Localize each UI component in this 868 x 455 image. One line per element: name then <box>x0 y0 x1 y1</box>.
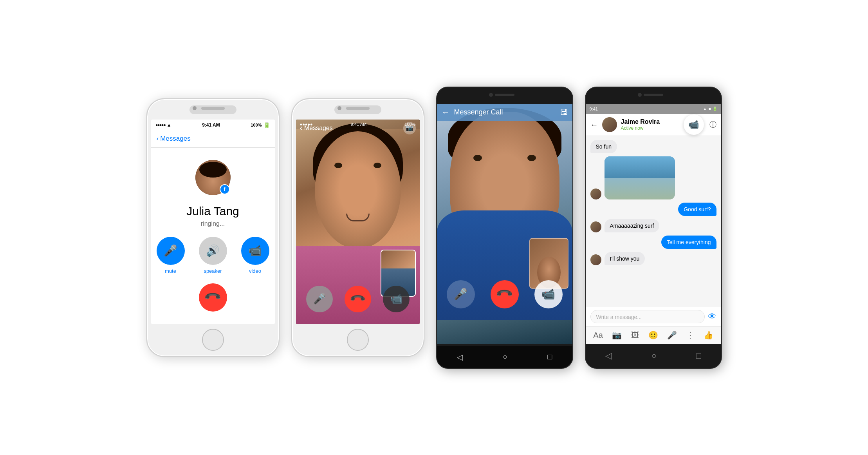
speaker-icon: 🔊 <box>206 244 220 257</box>
phone4-contact-name: Jaime Rovira <box>621 118 660 125</box>
contact-avatar-container: f <box>195 160 231 195</box>
toolbar-like-btn[interactable]: 👍 <box>704 330 713 340</box>
camera-dot-2 <box>337 106 341 110</box>
toolbar-more-btn[interactable]: ⋮ <box>686 330 694 340</box>
signal-icon-4: ■ <box>708 107 711 111</box>
chevron-left-icon: ‹ <box>157 135 159 143</box>
toolbar-mic-btn[interactable]: 🎤 <box>667 330 677 340</box>
image-bubble <box>605 156 675 199</box>
phone2-end-icon: 📞 <box>349 290 366 308</box>
home-button[interactable] <box>202 329 224 351</box>
msg-text-good-surf: Good surf? <box>684 206 711 212</box>
phone1-body: f Julia Tang ringing... 🎤 mute <box>151 148 275 324</box>
sender-avatar-3 <box>590 254 601 265</box>
phone3-mute-btn[interactable]: 🎤 <box>447 280 475 308</box>
phone2-nav-label: Messages <box>304 125 333 132</box>
msg-amazing-surf: Amaaaaazing surf <box>590 219 716 232</box>
bubble-show-you: I'll show you <box>605 252 645 265</box>
nav-back-icon[interactable]: ◁ <box>457 352 463 362</box>
phone-1-screen: ●●●●● ▲ 9:41 AM 100% 🔋 ‹ Messages <box>151 120 275 324</box>
home-button-2[interactable] <box>347 329 369 351</box>
phone3-top-bar: ← Messenger Call 🖫 <box>437 104 572 121</box>
msg-good-surf: Good surf? <box>590 203 716 216</box>
back-button[interactable]: ‹ Messages <box>157 135 191 143</box>
nav-recent-icon[interactable]: □ <box>547 352 552 361</box>
phone4-status-icons: ▲ ■ 🔋 <box>703 107 717 111</box>
nav4-back-icon[interactable]: ◁ <box>605 351 612 361</box>
camera-icon: 📷 <box>406 124 413 132</box>
phone2-nav: ‹ Messages 📷 <box>296 120 420 137</box>
sender-avatar-2 <box>590 221 601 232</box>
nav-home-icon[interactable]: ○ <box>503 352 507 361</box>
speaker-group: 🔊 speaker <box>199 237 227 274</box>
phone2-end-btn[interactable]: 📞 <box>345 286 371 312</box>
msg-image <box>590 156 716 199</box>
msg-text-tell-me: Tell me everything <box>667 239 711 245</box>
toolbar-font-btn[interactable]: Aa <box>593 331 603 340</box>
phone4-back-btn[interactable]: ← <box>590 120 598 129</box>
phone4-info-btn[interactable]: ⓘ <box>709 120 716 129</box>
phone2-video-btn[interactable]: 📹 <box>383 286 410 312</box>
phone2-video-icon: 📹 <box>390 293 402 305</box>
video-call-icon-4: 📹 <box>688 120 699 130</box>
call-status: ringing... <box>186 220 239 227</box>
contact-name-block: Julia Tang ringing... <box>186 205 239 227</box>
status-bar: ●●●●● ▲ 9:41 AM 100% 🔋 <box>151 120 275 131</box>
phone2-camera-btn[interactable]: 📷 <box>403 122 416 134</box>
toolbar-emoji-btn[interactable]: 🙂 <box>648 330 658 340</box>
phone4-video-call-btn[interactable]: 📹 <box>684 114 704 135</box>
phone3-video-btn[interactable]: 📹 <box>534 280 563 308</box>
phone3-screen-content: ← Messenger Call 🖫 🎤 📞 <box>437 104 572 344</box>
phone3-back-btn[interactable]: ← <box>442 107 450 118</box>
battery-icon-4: 🔋 <box>713 107 717 111</box>
speaker-dot-2 <box>346 107 370 110</box>
speaker-dot-3 <box>495 94 514 96</box>
mute-button[interactable]: 🎤 <box>157 237 185 265</box>
phone-2-iphone-video: ●●●●● 9:41 AM 100% ‹ Messages 📷 <box>291 98 424 357</box>
camera-dot <box>193 106 197 110</box>
wifi-icon-4: ▲ <box>703 107 707 111</box>
phone2-back-btn[interactable]: ‹ <box>300 123 303 133</box>
phone4-avatar <box>602 117 617 132</box>
camera-dot-4 <box>638 93 642 97</box>
nav4-home-icon[interactable]: ○ <box>651 351 657 361</box>
toolbar-camera-btn[interactable]: 📷 <box>612 330 622 340</box>
sender-avatar-1 <box>590 189 601 199</box>
phone3-end-btn[interactable]: 📞 <box>491 280 519 308</box>
phone2-mute-btn[interactable]: 🎤 <box>306 286 333 312</box>
mute-icon: 🎤 <box>164 244 177 257</box>
battery-pct: 100% <box>251 123 262 127</box>
chat-message-list: So fun Goo <box>586 136 721 307</box>
call-controls: 🎤 mute 🔊 speaker 📹 <box>157 237 269 274</box>
phone3-call-controls: 🎤 📞 📹 <box>437 280 572 308</box>
signal-bars: ●●●●● <box>156 123 166 127</box>
phone1-nav: ‹ Messages <box>151 131 275 148</box>
phone1-screen-content: ●●●●● ▲ 9:41 AM 100% 🔋 ‹ Messages <box>151 120 275 324</box>
phone-3-android-video: ← Messenger Call 🖫 🎤 📞 <box>436 87 573 369</box>
chat-toolbar: Aa 📷 🖼 🙂 🎤 ⋮ 👍 <box>586 326 721 344</box>
video-button[interactable]: 📹 <box>241 237 269 265</box>
end-call-button[interactable]: 📞 <box>199 283 227 312</box>
msg-text-show-you: I'll show you <box>610 256 640 262</box>
scene: ●●●●● ▲ 9:41 AM 100% 🔋 ‹ Messages <box>0 0 868 455</box>
nav4-recent-icon[interactable]: □ <box>696 351 701 361</box>
bubble-good-surf: Good surf? <box>678 203 716 216</box>
status-time: 9:41 AM <box>202 122 220 128</box>
speaker-button[interactable]: 🔊 <box>199 237 227 265</box>
back-label: Messages <box>160 135 190 143</box>
phone4-time: 9:41 <box>590 107 598 111</box>
toolbar-image-btn[interactable]: 🖼 <box>631 331 639 340</box>
contact-name: Julia Tang <box>186 205 239 218</box>
phone3-save-icon[interactable]: 🖫 <box>560 108 568 117</box>
phone3-android-nav: ◁ ○ □ <box>437 346 572 368</box>
camera-dot-3 <box>489 93 493 97</box>
phone3-title: Messenger Call <box>454 108 503 116</box>
speaker-label: speaker <box>204 268 222 274</box>
mute-label: mute <box>165 268 176 274</box>
message-input[interactable]: Write a message... <box>590 310 705 323</box>
video-group: 📹 video <box>241 237 269 274</box>
send-button[interactable]: 👁 <box>708 312 716 322</box>
bubble-so-fun: So fun <box>590 140 617 153</box>
bubble-tell-me: Tell me everything <box>661 236 716 249</box>
video-label: video <box>249 268 261 274</box>
